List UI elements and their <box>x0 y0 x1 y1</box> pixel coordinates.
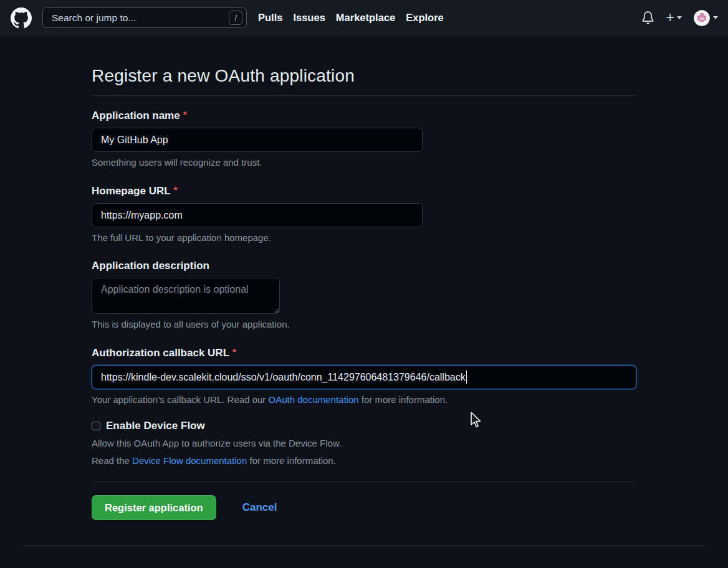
device-flow-help-line1: Allow this OAuth App to authorize users … <box>92 438 636 448</box>
nav-item-issues[interactable]: Issues <box>293 12 325 24</box>
user-menu[interactable] <box>694 10 718 26</box>
application-name-input[interactable] <box>92 128 423 152</box>
application-description-label: Application description <box>92 260 636 272</box>
header-right-controls: + <box>641 10 718 26</box>
device-flow-row: Enable Device Flow <box>92 420 636 432</box>
caret-down-icon <box>677 16 682 19</box>
page-title: Register a new OAuth application <box>92 66 636 96</box>
homepage-url-input[interactable] <box>92 203 423 227</box>
callback-url-help: Your application’s callback URL. Read ou… <box>92 394 636 405</box>
application-description-textarea[interactable] <box>92 278 280 314</box>
register-application-button[interactable]: Register application <box>92 495 216 520</box>
plus-icon: + <box>666 11 674 25</box>
register-oauth-form: Register a new OAuth application Applica… <box>92 36 636 520</box>
enable-device-flow-label[interactable]: Enable Device Flow <box>106 420 205 432</box>
application-description-group: Application description This is displaye… <box>92 260 636 329</box>
oauth-documentation-link[interactable]: OAuth documentation <box>269 394 359 405</box>
application-description-help: This is displayed to all users of your a… <box>92 319 636 329</box>
help-text: Read the <box>92 455 132 466</box>
label-text: Application name <box>92 110 180 121</box>
oauth-register-page: { "header": { "search": { "placeholder":… <box>0 0 728 568</box>
callback-url-label: Authorization callback URL* <box>92 346 636 359</box>
device-flow-notes: Allow this OAuth App to authorize users … <box>92 438 636 466</box>
footer-divider <box>22 545 706 546</box>
notifications-bell-icon[interactable] <box>641 11 654 24</box>
form-actions: Register application Cancel <box>92 481 636 520</box>
text-caret <box>466 371 467 384</box>
github-logo-icon[interactable] <box>10 7 32 29</box>
callback-url-input[interactable]: https://kindle-dev.scalekit.cloud/sso/v1… <box>92 365 636 389</box>
application-name-group: Application name* Something users will r… <box>92 109 636 168</box>
homepage-url-label: Homepage URL* <box>92 184 636 197</box>
nav-item-pulls[interactable]: Pulls <box>258 12 282 24</box>
nav-item-marketplace[interactable]: Marketplace <box>336 12 395 24</box>
search-input[interactable] <box>50 12 229 24</box>
callback-url-value: https://kindle-dev.scalekit.cloud/sso/v1… <box>101 372 466 383</box>
top-navigation-bar: / Pulls Issues Marketplace Explore + <box>0 0 728 36</box>
help-text: for more information. <box>359 394 448 405</box>
label-text: Authorization callback URL <box>92 347 229 359</box>
avatar <box>694 10 710 26</box>
required-asterisk: * <box>232 346 236 357</box>
required-asterisk: * <box>183 109 187 120</box>
callback-url-group: Authorization callback URL* https://kind… <box>92 346 636 405</box>
homepage-url-help: The full URL to your application homepag… <box>92 232 636 243</box>
search-shortcut-key: / <box>229 11 242 25</box>
enable-device-flow-checkbox[interactable] <box>92 422 100 430</box>
device-flow-documentation-link[interactable]: Device Flow documentation <box>132 455 247 466</box>
create-new-menu[interactable]: + <box>666 11 682 25</box>
device-flow-group: Enable Device Flow Allow this OAuth App … <box>92 420 636 466</box>
help-text: for more information. <box>247 455 336 466</box>
header-nav: Pulls Issues Marketplace Explore <box>258 12 444 24</box>
global-search[interactable]: / <box>42 7 247 28</box>
nav-item-explore[interactable]: Explore <box>406 12 444 24</box>
homepage-url-group: Homepage URL* The full URL to your appli… <box>92 184 636 243</box>
required-asterisk: * <box>174 184 178 195</box>
help-text: Your application’s callback URL. Read ou… <box>92 394 269 405</box>
label-text: Homepage URL <box>92 185 171 197</box>
caret-down-icon <box>713 16 718 19</box>
application-name-label: Application name* <box>92 109 636 122</box>
device-flow-help-line2: Read the Device Flow documentation for m… <box>92 455 636 466</box>
application-name-help: Something users will recognize and trust… <box>92 157 636 168</box>
cancel-link[interactable]: Cancel <box>242 501 277 514</box>
